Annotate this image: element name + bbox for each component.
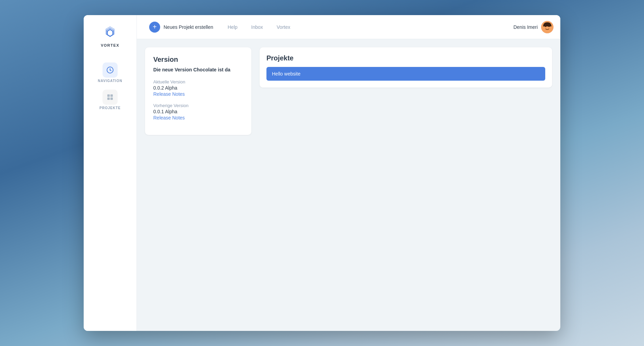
new-project-button[interactable]: + Neues Projekt erstellen: [144, 19, 219, 35]
avatar-svg: [541, 21, 553, 33]
user-info[interactable]: Denis Imeri: [513, 21, 553, 33]
projekte-icon: [106, 93, 114, 101]
help-button[interactable]: Help: [222, 22, 244, 33]
nav-section: NAVIGATION PROJEKTE: [84, 59, 136, 113]
nav-label-navigation: NAVIGATION: [98, 79, 122, 83]
nav-icon-projekte-bg: [103, 90, 118, 105]
main-content: + Neues Projekt erstellen Help Inbox Vor…: [137, 15, 560, 331]
version-card: Version Die neue Version Chocolate ist d…: [145, 47, 251, 135]
avatar: [541, 21, 553, 33]
header: + Neues Projekt erstellen Help Inbox Vor…: [137, 15, 560, 39]
vortex-button[interactable]: Vortex: [271, 22, 297, 33]
new-project-label: Neues Projekt erstellen: [164, 24, 213, 30]
version-card-subtitle: Die neue Version Chocolate ist da: [153, 67, 243, 72]
sidebar: VORTEX NAVIGATION: [84, 15, 137, 331]
projects-title: Projekte: [266, 54, 545, 62]
previous-version-row: Vorherige Version 0.0.1 Alpha Release No…: [153, 103, 243, 120]
svg-point-5: [110, 70, 111, 71]
project-item-hello-website[interactable]: Hello website: [266, 67, 545, 81]
vortex-label: Vortex: [277, 24, 290, 30]
version-card-title: Version: [153, 56, 243, 64]
previous-release-notes-link[interactable]: Release Notes: [153, 115, 243, 120]
user-name: Denis Imeri: [513, 24, 538, 30]
inbox-button[interactable]: Inbox: [245, 22, 269, 33]
svg-rect-8: [110, 94, 113, 97]
projects-section: Projekte Hello website: [260, 47, 552, 323]
app-window: VORTEX NAVIGATION: [84, 15, 560, 331]
help-label: Help: [228, 24, 238, 30]
plus-icon: +: [149, 22, 160, 33]
vortex-logo-icon: [101, 23, 119, 41]
nav-label-projekte: PROJEKTE: [99, 106, 121, 110]
dashboard-icon: [106, 66, 114, 74]
nav-icon-navigation-bg: [103, 62, 118, 78]
avatar-image: [541, 21, 553, 33]
previous-version-label: Vorherige Version: [153, 103, 243, 108]
previous-version-value: 0.0.1 Alpha: [153, 109, 243, 114]
svg-rect-0: [101, 23, 119, 41]
projects-card: Projekte Hello website: [260, 47, 552, 88]
inbox-label: Inbox: [251, 24, 263, 30]
project-item-name: Hello website: [272, 71, 300, 77]
content-area: Version Die neue Version Chocolate ist d…: [137, 39, 560, 331]
svg-rect-6: [107, 94, 110, 97]
current-version-value: 0.0.2 Alpha: [153, 85, 243, 91]
sidebar-item-projekte[interactable]: PROJEKTE: [84, 86, 136, 113]
current-release-notes-link[interactable]: Release Notes: [153, 91, 243, 97]
svg-rect-7: [107, 97, 110, 100]
current-version-label: Aktuelle Version: [153, 79, 243, 84]
sidebar-item-navigation[interactable]: NAVIGATION: [84, 59, 136, 86]
svg-rect-9: [110, 97, 113, 100]
logo-container: VORTEX: [101, 19, 119, 51]
app-name-label: VORTEX: [101, 43, 119, 47]
current-version-row: Aktuelle Version 0.0.2 Alpha Release Not…: [153, 79, 243, 97]
